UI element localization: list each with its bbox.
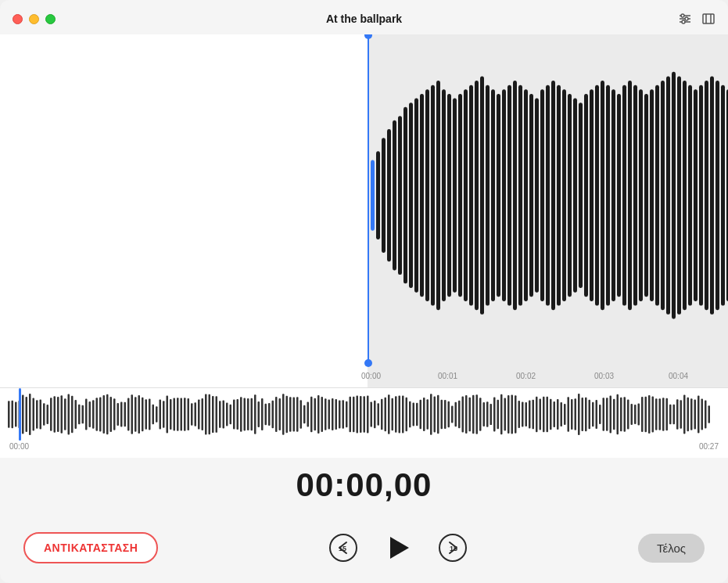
svg-rect-237: [385, 398, 387, 431]
controls-bar: ΑΝΤΙΚΑΤΑΣΤΑΣΗ 15 15 Τέλος: [0, 513, 728, 583]
svg-rect-214: [303, 405, 306, 424]
svg-rect-149: [75, 400, 77, 429]
svg-rect-300: [606, 398, 608, 431]
playhead[interactable]: [368, 34, 369, 364]
svg-rect-296: [592, 402, 594, 426]
svg-rect-195: [237, 399, 239, 430]
skip-back-button[interactable]: 15: [328, 532, 359, 563]
mini-timeline-labels: 00:00 00:27: [0, 441, 728, 458]
svg-rect-29: [480, 76, 484, 314]
mini-playhead[interactable]: [19, 388, 21, 441]
timeline-label-4: 00:04: [669, 372, 688, 380]
svg-rect-144: [57, 397, 59, 432]
svg-rect-198: [247, 398, 249, 430]
svg-rect-311: [645, 397, 647, 433]
svg-rect-251: [434, 396, 436, 432]
svg-rect-281: [540, 399, 542, 430]
svg-point-4: [685, 17, 688, 20]
done-button[interactable]: Τέλος: [638, 534, 705, 563]
svg-rect-221: [328, 400, 331, 430]
svg-rect-277: [525, 402, 528, 426]
svg-rect-21: [436, 81, 440, 310]
svg-rect-297: [596, 400, 598, 429]
playhead-bottom-handle[interactable]: [364, 359, 372, 367]
svg-rect-284: [550, 399, 552, 430]
svg-rect-299: [603, 398, 605, 430]
svg-text:15: 15: [339, 545, 346, 552]
svg-rect-282: [543, 397, 545, 433]
svg-rect-30: [486, 85, 490, 306]
svg-rect-182: [191, 403, 193, 425]
replace-button[interactable]: ΑΝΤΙΚΑΤΑΣΤΑΣΗ: [23, 532, 158, 563]
svg-rect-37: [524, 89, 528, 301]
minimize-button[interactable]: [29, 14, 39, 24]
svg-rect-226: [346, 401, 348, 427]
waveform-svg: [0, 34, 728, 387]
maximize-button[interactable]: [45, 14, 56, 24]
svg-rect-271: [504, 398, 507, 431]
adjust-icon[interactable]: [678, 12, 692, 26]
skip-forward-button[interactable]: 15: [437, 532, 468, 563]
svg-rect-327: [701, 399, 704, 430]
svg-rect-323: [687, 398, 690, 431]
play-button[interactable]: [381, 531, 415, 565]
svg-rect-51: [601, 81, 604, 310]
svg-rect-143: [54, 396, 56, 433]
svg-rect-13: [393, 121, 396, 271]
svg-rect-196: [240, 397, 242, 432]
svg-rect-231: [364, 396, 366, 433]
svg-rect-322: [683, 395, 686, 434]
svg-rect-26: [464, 89, 468, 301]
svg-rect-24: [453, 99, 457, 293]
timeline-label-0: 00:00: [361, 372, 381, 380]
svg-rect-59: [644, 94, 648, 297]
svg-rect-188: [212, 396, 214, 433]
svg-rect-213: [300, 400, 303, 428]
window-title: At the ballpark: [326, 13, 402, 25]
waveform-main: 00:00 00:01 00:02 00:03 00:04: [0, 34, 728, 387]
svg-rect-232: [367, 396, 369, 434]
svg-rect-177: [174, 398, 176, 431]
svg-rect-301: [610, 396, 612, 434]
svg-rect-153: [89, 401, 91, 427]
svg-rect-263: [476, 394, 479, 434]
svg-rect-173: [160, 399, 162, 429]
svg-rect-186: [205, 394, 207, 435]
svg-rect-56: [628, 81, 632, 310]
svg-rect-238: [388, 394, 390, 434]
svg-rect-20: [431, 85, 435, 306]
svg-rect-172: [156, 406, 158, 422]
svg-rect-293: [582, 398, 584, 431]
svg-rect-312: [648, 395, 651, 434]
svg-rect-289: [568, 397, 570, 432]
close-button[interactable]: [13, 14, 23, 24]
svg-rect-295: [589, 400, 591, 429]
svg-rect-257: [455, 402, 457, 426]
svg-rect-151: [82, 405, 84, 424]
svg-rect-28: [475, 81, 479, 310]
svg-rect-325: [694, 399, 697, 429]
svg-rect-62: [661, 81, 665, 310]
svg-rect-42: [551, 81, 555, 310]
center-controls: 15 15: [328, 531, 468, 565]
svg-rect-292: [578, 394, 580, 435]
svg-rect-197: [244, 398, 246, 431]
waveform-display[interactable]: 00:00 00:01 00:02 00:03 00:04: [0, 34, 728, 387]
svg-rect-255: [448, 401, 450, 428]
svg-rect-191: [223, 401, 225, 429]
svg-rect-253: [441, 400, 443, 429]
svg-rect-252: [437, 395, 439, 434]
svg-rect-132: [15, 402, 17, 427]
mini-waveform-track[interactable]: [0, 388, 728, 441]
mini-waveform-container[interactable]: 00:00 00:27: [0, 387, 728, 458]
svg-rect-130: [8, 401, 10, 427]
svg-rect-240: [395, 396, 397, 432]
svg-rect-18: [420, 94, 424, 297]
svg-rect-22: [442, 89, 446, 301]
svg-rect-264: [479, 398, 482, 430]
svg-rect-163: [124, 402, 127, 426]
svg-rect-254: [444, 400, 446, 429]
svg-rect-183: [195, 402, 197, 426]
trim-icon[interactable]: [701, 12, 715, 26]
svg-rect-305: [624, 397, 626, 432]
